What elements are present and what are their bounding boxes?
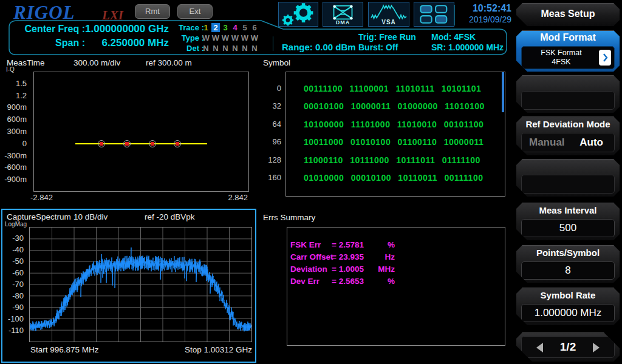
center-freq-value[interactable]: 1.000000000 GHz <box>73 23 169 35</box>
mod-format-value: FSK Format 4FSK <box>525 49 597 67</box>
capturespectrum-title: CaptureSpectrum <box>7 212 71 221</box>
trace-type-4: W <box>231 33 239 42</box>
err-unit: Hz <box>363 252 395 261</box>
symbol-title: Symbol <box>263 58 290 67</box>
err-value: = 2.5653 <box>332 277 364 286</box>
meastime-ytick: -600m <box>0 163 30 172</box>
trace-number-3[interactable]: 3 <box>221 23 230 32</box>
range-status: Range: 0.00 dBm <box>282 42 356 52</box>
rmt-button[interactable]: Rmt <box>135 4 170 19</box>
trace-number-6[interactable]: 6 <box>250 23 259 32</box>
meastime-ytick: 1.2 <box>0 91 30 100</box>
symbol-row-index: 32 <box>258 101 281 110</box>
mod-status: Mod: 4FSK <box>431 32 476 42</box>
iq-trace-line <box>75 143 207 144</box>
submenu-chevron-icon[interactable] <box>599 50 611 66</box>
spectrum-stop-label: Stop 1.00312 GHz <box>152 345 252 354</box>
symbol-marker-3 <box>176 142 179 146</box>
meastime-ytick: -300m <box>0 151 30 160</box>
instrument-screen: RIGOL LXI Rmt Ext <box>0 0 622 364</box>
page-next-icon[interactable] <box>593 343 600 352</box>
trig-status: Trig: Free Run <box>358 32 416 42</box>
trace-det-5: N <box>241 44 249 53</box>
trace-number-5[interactable]: 5 <box>241 23 249 32</box>
trace-det-1: N <box>202 44 210 53</box>
meastime-ytick: 0 <box>0 139 30 148</box>
spectrum-ytick: -70 <box>0 280 27 289</box>
symbol-marker-0 <box>100 142 103 146</box>
spectrum-ytick: -30 <box>0 234 27 243</box>
type-label: Type : <box>171 33 204 42</box>
capturespectrum-plot[interactable] <box>29 227 252 342</box>
err-unit: % <box>363 240 395 249</box>
mod-format-label: Mod Format <box>516 32 620 43</box>
spectrum-ytick: -90 <box>0 303 27 312</box>
mod-format-button[interactable]: Mod Format FSK Format 4FSK <box>516 30 620 72</box>
meastime-ytick: 300m <box>0 127 30 136</box>
meas-interval-label: Meas Interval <box>516 205 620 215</box>
meastime-ytick: 900m <box>0 103 30 112</box>
trace-label: Trace : <box>171 23 204 32</box>
meastime-trace-format: I-Q <box>6 66 15 73</box>
page-switch-button[interactable]: 1/2 <box>516 332 620 362</box>
trace-number-4[interactable]: 4 <box>231 23 239 32</box>
ref-deviation-manual-option[interactable]: Manual <box>529 136 565 149</box>
spectrum-start-label: Start 996.875 MHz <box>30 345 99 354</box>
trace-type-5: W <box>241 33 249 42</box>
trace-det-4: N <box>231 44 239 53</box>
meas-setup-button[interactable]: Meas Setup <box>516 3 620 26</box>
page-indicator: 1/2 <box>522 340 614 354</box>
meas-interval-value: 500 <box>521 219 615 237</box>
ext-button[interactable]: Ext <box>177 4 213 19</box>
softkey-menu: Meas Setup Mod Format FSK Format 4FSK Re… <box>515 0 622 364</box>
errs-summary-title: Errs Summary <box>263 213 315 222</box>
spectrum-ytick: -60 <box>0 268 27 277</box>
meastime-plot[interactable] <box>33 72 249 192</box>
err-value: = 2.5781 <box>332 240 364 249</box>
trace-type-6: W <box>250 33 259 42</box>
ref-deviation-mode-button[interactable]: Ref Deviation Mode Manual Auto <box>516 116 620 155</box>
meastime-ytick: 600m <box>0 115 30 124</box>
err-label: Carr Offset <box>290 252 333 261</box>
symbol-rate-label: Symbol Rate <box>516 290 620 300</box>
symbol-row-bits: 00010100 10000011 01000000 11010100 <box>304 101 485 111</box>
trace-type-3: W <box>221 33 230 42</box>
capturespectrum-scale: 10 dB/div <box>73 212 108 221</box>
capturespectrum-ref: ref -20 dBVpk <box>145 212 195 221</box>
softkey-blank-2[interactable] <box>516 159 620 197</box>
symbol-rate-button[interactable]: Symbol Rate 1.000000 MHz <box>516 288 620 325</box>
points-symbol-label: Points/Symbol <box>516 248 620 258</box>
err-unit: MHz <box>363 265 395 274</box>
symbol-row-bits: 10011000 01010100 01100110 10000011 <box>304 137 484 147</box>
spectrum-ytick: -50 <box>0 257 27 266</box>
err-label: Dev Err <box>290 277 320 286</box>
ref-deviation-auto-option[interactable]: Auto <box>579 136 603 149</box>
trace-number-1[interactable]: 1 <box>202 23 210 32</box>
span-value[interactable]: 6.250000 MHz <box>73 37 169 49</box>
trace-type-1: W <box>202 33 210 42</box>
meastime-scale: 300.00 m/div <box>73 58 120 67</box>
err-label: FSK Err <box>290 240 321 249</box>
points-symbol-button[interactable]: Points/Symbol 8 <box>516 245 620 283</box>
capturespectrum-trace-format: LogMag <box>5 221 27 228</box>
det-label: Det : <box>171 44 204 53</box>
meastime-xmax: 2.842 <box>202 193 248 202</box>
symbol-row-index: 128 <box>258 155 281 164</box>
symbol-row-bits: 00111100 11100001 11010111 10101101 <box>304 84 481 93</box>
symbol-row-index: 160 <box>258 173 281 182</box>
trace-det-3: N <box>221 44 230 53</box>
meas-interval-button[interactable]: Meas Interval 500 <box>516 203 620 240</box>
err-value: = 1.0005 <box>332 265 364 274</box>
symbol-scrollbar[interactable] <box>502 72 504 112</box>
spectrum-ytick: -110 <box>0 326 27 335</box>
system-time: 10:52:41 <box>452 3 511 14</box>
info-divider <box>273 36 273 51</box>
symbol-row-index: 96 <box>258 137 281 146</box>
symbol-rate-value: 1.000000 MHz <box>521 304 615 322</box>
symbol-row-index: 0 <box>258 84 281 93</box>
err-unit: % <box>363 277 395 286</box>
softkey-blank-1[interactable] <box>516 75 620 113</box>
symbol-row-bits: 10100000 11101000 11010010 00101100 <box>304 120 484 129</box>
trace-number-2[interactable]: 2 <box>211 23 220 32</box>
symbol-row-bits: 11000110 10111000 10111011 01111100 <box>304 155 480 165</box>
